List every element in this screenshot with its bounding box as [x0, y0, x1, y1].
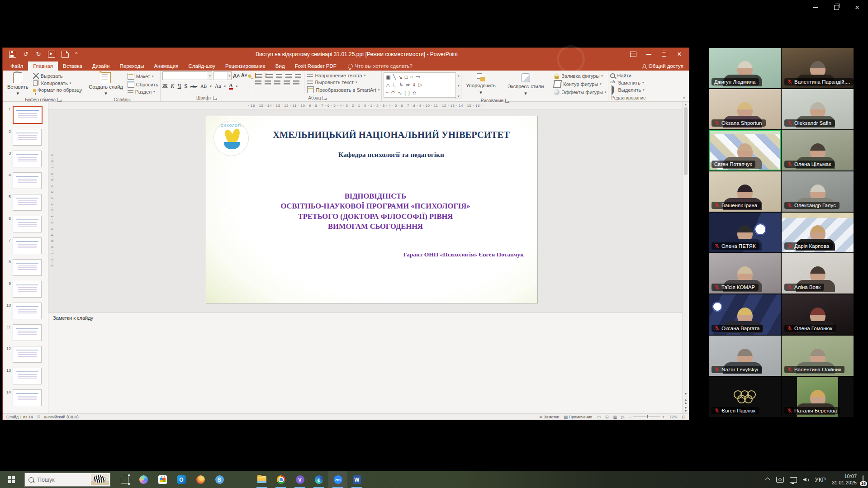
select-button[interactable]: Выделить▾	[610, 87, 644, 93]
slide-thumbnail-1[interactable]: 1	[3, 106, 48, 124]
network-icon[interactable]	[790, 477, 797, 483]
find-button[interactable]: Найти	[610, 73, 644, 78]
tab-Рецензирование[interactable]: Рецензирование	[220, 62, 270, 71]
customize-qat-icon[interactable]: ⸛	[75, 51, 81, 57]
ribbon-display-options-icon[interactable]	[626, 48, 641, 60]
ppt-close-icon[interactable]: ×	[672, 48, 687, 60]
tab-Вставка[interactable]: Вставка	[58, 62, 87, 71]
increase-indent-icon[interactable]	[285, 73, 292, 78]
zoom-out-icon[interactable]: −	[629, 415, 631, 419]
scroll-down-icon[interactable]: ▼	[684, 392, 688, 395]
slide-thumbnail-6[interactable]: 6	[3, 216, 48, 232]
underline-button[interactable]: Ч	[178, 83, 181, 90]
tell-me[interactable]: Что вы хотите сделать?	[348, 63, 413, 71]
volume-icon[interactable]	[803, 477, 809, 483]
tab-Анимация[interactable]: Анимация	[149, 62, 183, 71]
tab-Файл[interactable]: Файл	[5, 62, 28, 71]
slide-thumbnail-2[interactable]: 2	[3, 129, 48, 146]
normal-view-icon[interactable]: ▭	[597, 415, 601, 419]
undo-icon[interactable]: ↺	[23, 51, 29, 57]
numbering-icon[interactable]	[266, 73, 273, 78]
slide[interactable]: ПСИХОЛОГІЯ ХМЕЛЬНИЦЬКИЙ НАЦІОНАЛЬНИЙ УНІ…	[206, 116, 537, 303]
slide-thumbnail-7[interactable]: 7	[3, 237, 48, 254]
format-painter-button[interactable]: Формат по образцу	[33, 87, 82, 93]
task-view-button[interactable]	[115, 471, 134, 488]
strikethrough-button[interactable]: abc	[190, 84, 197, 89]
change-case-button[interactable]: Аа	[215, 83, 221, 90]
dialog-launcher-icon[interactable]	[57, 98, 62, 102]
participant-tile[interactable]: Nazar Levytskyi	[709, 336, 781, 376]
justify-icon[interactable]	[284, 80, 290, 85]
slide-thumbnail-8[interactable]: 8	[3, 259, 48, 276]
minimize-icon[interactable]	[811, 4, 820, 11]
bold-button[interactable]: Ж	[162, 83, 168, 90]
tab-Главная[interactable]: Главная	[28, 62, 58, 71]
notes-toggle[interactable]: ≐ Заметки	[539, 415, 559, 419]
camera-in-use-icon[interactable]	[776, 477, 784, 483]
section-button[interactable]: Раздел▾	[128, 89, 158, 95]
zoom-slider[interactable]: − +	[629, 415, 665, 419]
slide-thumbnail-3[interactable]: 3	[3, 151, 48, 167]
participant-tile[interactable]: Аліна Вовк	[782, 253, 854, 294]
slide-thumbnail-4[interactable]: 4	[3, 172, 48, 189]
slide-thumbnail-5[interactable]: 5	[3, 194, 48, 211]
participant-tile[interactable]: Таїсія КОМАР	[709, 253, 781, 294]
participant-tile[interactable]: Олена ПЕТЯК	[709, 213, 781, 253]
next-slide-icon[interactable]: ▼▼	[684, 406, 688, 412]
comments-toggle[interactable]: ▤ Примечания	[564, 415, 592, 419]
participant-tile[interactable]: Олена Цільмак	[782, 130, 854, 171]
dialog-launcher-icon[interactable]	[323, 96, 327, 100]
outlook-button[interactable]: O	[172, 471, 191, 488]
font-color-button[interactable]: А	[229, 83, 233, 90]
participant-tile[interactable]: Валентина Олійник	[782, 336, 854, 376]
text-direction-button[interactable]: Направление текста▾	[307, 73, 379, 78]
close-icon[interactable]: ×	[853, 4, 862, 11]
vertical-scrollbar[interactable]: ▲ ▼ ▲▲ ▼▼	[682, 102, 689, 413]
tray-chevron-icon[interactable]	[765, 478, 771, 483]
decrease-indent-icon[interactable]	[276, 73, 282, 78]
participant-tile[interactable]: Валентина Парандій,...	[782, 48, 854, 88]
cut-button[interactable]: Вырезать	[33, 73, 82, 79]
start-button[interactable]	[0, 471, 23, 488]
copy-button[interactable]: Копировать▾	[33, 80, 82, 86]
slideshow-view-icon[interactable]: ▷	[621, 415, 625, 419]
zoom-in-icon[interactable]: +	[662, 415, 664, 419]
bullets-icon[interactable]	[255, 73, 262, 78]
previous-slide-icon[interactable]: ▲▲	[684, 398, 688, 404]
notification-center[interactable]: 16	[863, 476, 863, 484]
paste-button[interactable]: Вставить▾	[5, 71, 31, 97]
word-button[interactable]: W	[347, 471, 366, 488]
notes-pane[interactable]: Заметки к слайду	[48, 313, 682, 413]
char-spacing-button[interactable]: АВ	[200, 84, 207, 89]
tab-Foxit Reader PDF[interactable]: Foxit Reader PDF	[290, 62, 342, 71]
slide-thumbnail-12[interactable]: 12	[3, 346, 48, 363]
slide-thumbnail-14[interactable]: 14	[3, 389, 48, 406]
share-button[interactable]: Общий доступ	[636, 62, 689, 71]
shape-outline-button[interactable]: Контур фигуры▾	[554, 80, 606, 88]
new-slide-button[interactable]: Создать слайд▾	[86, 71, 125, 97]
language-indicator[interactable]: УКР	[815, 477, 826, 483]
shape-fill-button[interactable]: Заливка фигуры▾	[554, 73, 606, 79]
dialog-launcher-icon[interactable]	[213, 96, 217, 100]
restore-icon[interactable]	[832, 4, 841, 11]
scrollbar-thumb[interactable]	[684, 107, 688, 175]
text-shadow-button[interactable]: S	[184, 83, 187, 90]
zebra-image[interactable]	[91, 474, 109, 485]
reading-view-icon[interactable]: ▥	[613, 415, 617, 419]
zoom-button[interactable]: zm	[328, 471, 347, 488]
line-spacing-icon[interactable]	[295, 73, 301, 78]
participant-tile[interactable]: Оксана Варгата	[709, 294, 781, 335]
shrink-font-button[interactable]: A˅	[241, 73, 247, 79]
align-center-icon[interactable]	[265, 80, 271, 85]
grow-font-button[interactable]: A˄	[233, 73, 240, 79]
smartart-button[interactable]: Преобразовать в SmartArt▾	[307, 86, 379, 93]
new-file-icon[interactable]	[62, 51, 69, 58]
align-left-icon[interactable]	[255, 80, 261, 85]
slide-thumbnail-11[interactable]: 11	[3, 324, 48, 341]
replace-button[interactable]: abЗаменить▾	[610, 80, 644, 85]
font-name-combo[interactable]: ▾	[162, 71, 212, 80]
save-icon[interactable]	[9, 51, 16, 58]
shape-effects-button[interactable]: Эффекты фигуры▾	[554, 89, 606, 95]
quick-styles-button[interactable]: Экспресс-стили▾	[506, 72, 545, 97]
participant-tile[interactable]: Вашеняк Ірина	[709, 171, 781, 212]
